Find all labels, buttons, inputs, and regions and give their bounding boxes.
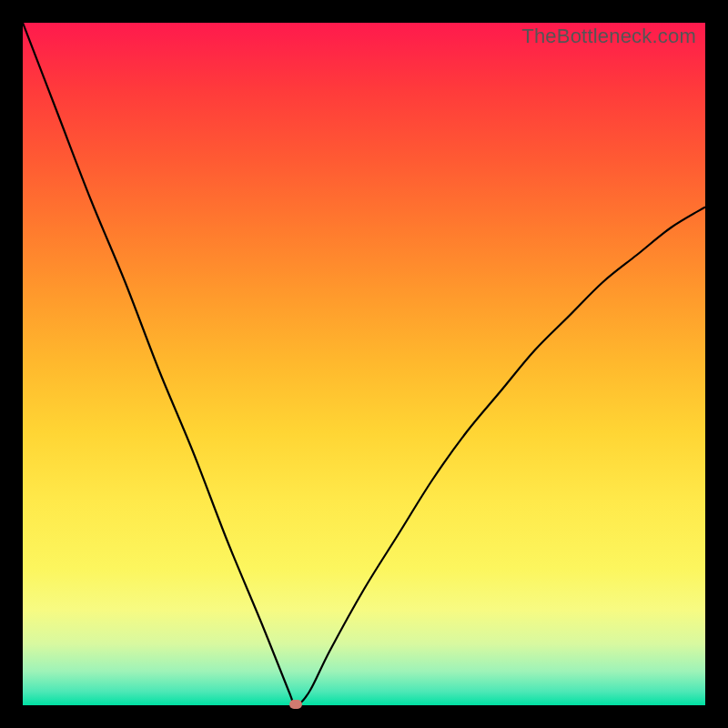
- plot-area: TheBottleneck.com: [23, 23, 705, 705]
- minimum-marker: [289, 700, 302, 709]
- bottleneck-curve: [23, 23, 705, 705]
- chart-frame: TheBottleneck.com: [0, 0, 728, 728]
